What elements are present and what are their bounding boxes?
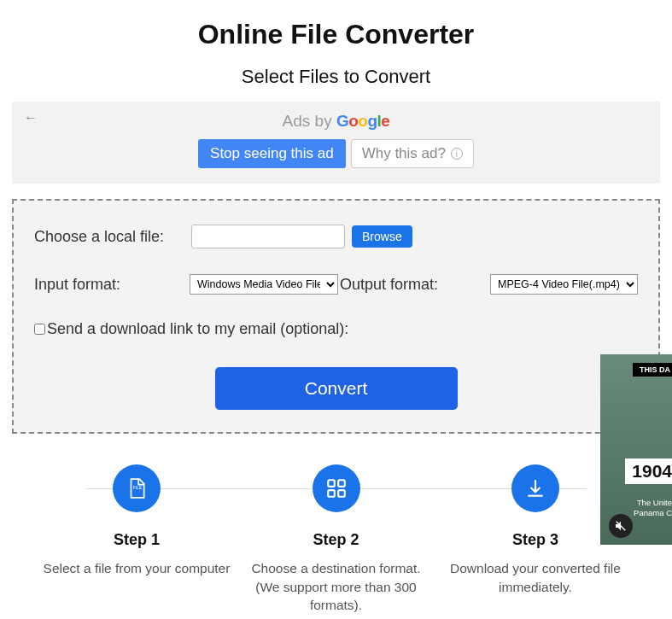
input-format-label: Input format: [34,276,190,294]
svg-rect-2 [338,480,345,487]
svg-rect-1 [328,480,335,487]
page-subtitle: Select Files to Convert [0,66,672,88]
steps-container: FILE Step 1 Select a file from your comp… [43,464,629,615]
svg-rect-4 [338,490,345,497]
google-logo: Google [336,112,389,130]
file-path-input[interactable] [191,225,345,248]
video-year: 1904 [625,458,672,484]
step-3-desc: Download your converted file immediately… [441,559,629,596]
browse-button[interactable]: Browse [352,225,412,248]
choose-file-label: Choose a local file: [34,228,191,246]
info-icon: i [451,148,463,160]
video-banner-text: THIS DA [633,363,672,377]
step-1: FILE Step 1 Select a file from your comp… [43,464,231,615]
ad-label: Ads by Google [12,112,660,131]
back-arrow-icon[interactable]: ← [24,110,38,126]
file-icon: FILE [113,464,161,512]
step-2: Step 2 Choose a destination format. (We … [243,464,430,615]
convert-button[interactable]: Convert [215,367,458,410]
video-caption: The Unite Panama C [634,498,672,519]
step-1-desc: Select a file from your computer [43,559,231,578]
email-label[interactable]: Send a download link to my email (option… [47,320,348,338]
step-2-desc: Choose a destination format. (We support… [243,559,430,615]
ad-label-prefix: Ads by [283,112,336,130]
converter-form: Choose a local file: Browse Input format… [12,199,660,434]
step-3: Step 3 Download your converted file imme… [441,464,629,615]
why-this-ad-label: Why this ad? [362,145,446,162]
grid-icon [313,464,360,512]
download-icon [511,464,559,512]
email-checkbox[interactable] [34,324,45,335]
page-title: Online File Converter [0,19,672,50]
ad-container: ← Ads by Google Stop seeing this ad Why … [12,102,660,184]
output-format-select[interactable]: MPEG-4 Video File(.mp4) [490,274,638,295]
output-format-label: Output format: [340,276,490,294]
step-3-title: Step 3 [441,531,629,549]
svg-text:FILE: FILE [133,486,143,490]
step-1-title: Step 1 [43,531,231,549]
step-2-title: Step 2 [243,531,430,549]
svg-rect-3 [328,490,335,497]
input-format-select[interactable]: Windows Media Video File(.wmv) [190,274,338,295]
why-this-ad-button[interactable]: Why this ad? i [351,139,474,168]
stop-seeing-ad-button[interactable]: Stop seeing this ad [198,139,346,168]
